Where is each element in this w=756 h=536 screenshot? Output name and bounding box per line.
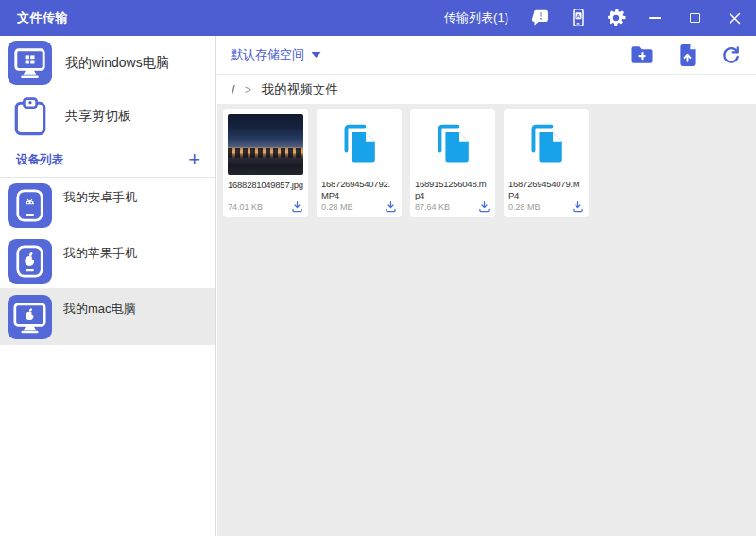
file-card[interactable]: 16872694540792.MP4 0.28 MB bbox=[317, 109, 402, 217]
clipboard-icon bbox=[8, 95, 52, 139]
breadcrumb-separator-icon: > bbox=[245, 83, 251, 96]
image-thumbnail bbox=[228, 114, 303, 175]
breadcrumb-root[interactable]: / bbox=[232, 82, 235, 96]
storage-dropdown-label: 默认存储空间 bbox=[231, 46, 304, 63]
device-list-header: 设备列表 + bbox=[0, 143, 215, 178]
file-size: 87.64 KB bbox=[415, 202, 450, 212]
settings-gear-icon[interactable] bbox=[605, 7, 627, 29]
file-card[interactable]: 1689151256048.mp4 87.64 KB bbox=[410, 109, 495, 217]
minimize-button[interactable] bbox=[643, 6, 667, 30]
file-card[interactable]: 1687269454079.MP4 0.28 MB bbox=[504, 109, 589, 217]
file-size: 0.28 MB bbox=[321, 202, 353, 212]
device-row-android-phone[interactable]: 我的安卓手机 bbox=[0, 178, 215, 233]
device-list-title: 设备列表 bbox=[16, 152, 63, 168]
file-name: 1689151256048.mp4 bbox=[415, 179, 490, 200]
toolbar-actions bbox=[630, 44, 741, 66]
main-panel: 默认存储空间 bbox=[217, 36, 756, 536]
download-icon bbox=[291, 200, 303, 213]
video-file-icon bbox=[428, 119, 477, 168]
upload-file-button[interactable] bbox=[679, 44, 696, 66]
file-name: 1688281049857.jpg bbox=[228, 180, 303, 191]
device-label: 我的苹果手机 bbox=[63, 245, 137, 262]
device-row-apple-phone[interactable]: 我的苹果手机 bbox=[0, 233, 215, 289]
maximize-button[interactable] bbox=[682, 6, 707, 30]
transfer-list-button[interactable]: 传输列表(1) bbox=[444, 9, 508, 26]
sidebar-item-label: 共享剪切板 bbox=[65, 108, 131, 125]
feedback-icon[interactable] bbox=[529, 7, 552, 29]
app-window: 文件传输 传输列表(1) A bbox=[0, 0, 756, 536]
titlebar: 文件传输 传输列表(1) A bbox=[0, 0, 756, 36]
refresh-button[interactable] bbox=[721, 45, 741, 65]
file-size: 74.01 KB bbox=[228, 202, 263, 212]
file-name: 16872694540792.MP4 bbox=[321, 179, 397, 200]
upload-file-icon bbox=[679, 44, 696, 66]
mac-computer-icon bbox=[8, 295, 52, 339]
app-title: 文件传输 bbox=[17, 9, 68, 26]
storage-space-dropdown[interactable]: 默认存储空间 bbox=[231, 46, 321, 63]
chevron-down-icon bbox=[311, 51, 321, 59]
apple-phone-icon bbox=[8, 239, 52, 284]
phone-connect-icon[interactable]: A bbox=[567, 7, 590, 29]
windows-computer-icon bbox=[8, 41, 52, 85]
main-toolbar: 默认存储空间 bbox=[217, 36, 756, 75]
titlebar-actions: 传输列表(1) A bbox=[444, 6, 756, 30]
download-icon bbox=[385, 200, 397, 213]
sidebar-item-label: 我的windows电脑 bbox=[65, 55, 169, 72]
sidebar: 我的windows电脑 共享剪切板 设备列表 + bbox=[0, 36, 216, 536]
device-label: 我的安卓手机 bbox=[63, 189, 137, 206]
download-icon bbox=[572, 200, 584, 213]
new-folder-button[interactable] bbox=[630, 45, 654, 64]
download-button[interactable] bbox=[572, 200, 584, 213]
close-button[interactable] bbox=[722, 6, 747, 30]
minimize-icon bbox=[649, 17, 662, 19]
android-phone-icon bbox=[8, 183, 52, 228]
download-icon bbox=[478, 200, 490, 213]
file-grid: 1688281049857.jpg 74.01 KB bbox=[217, 104, 756, 536]
download-button[interactable] bbox=[291, 200, 303, 213]
close-icon bbox=[729, 12, 741, 25]
breadcrumb: / > 我的视频文件 bbox=[217, 75, 756, 104]
breadcrumb-current-folder: 我的视频文件 bbox=[262, 81, 338, 98]
download-button[interactable] bbox=[478, 200, 490, 213]
video-file-icon bbox=[335, 119, 384, 168]
device-row-mac-computer[interactable]: 我的mac电脑 bbox=[0, 289, 215, 345]
sidebar-item-shared-clipboard[interactable]: 共享剪切板 bbox=[0, 90, 215, 143]
device-label: 我的mac电脑 bbox=[63, 301, 136, 318]
sidebar-item-my-computer[interactable]: 我的windows电脑 bbox=[0, 36, 215, 90]
new-folder-icon bbox=[630, 45, 654, 64]
add-device-button[interactable]: + bbox=[188, 150, 200, 169]
download-button[interactable] bbox=[385, 200, 397, 213]
file-name: 1687269454079.MP4 bbox=[508, 179, 584, 200]
file-card[interactable]: 1688281049857.jpg 74.01 KB bbox=[223, 109, 308, 217]
video-file-icon bbox=[522, 119, 571, 168]
refresh-icon bbox=[721, 45, 741, 65]
file-size: 0.28 MB bbox=[508, 202, 541, 212]
maximize-icon bbox=[690, 13, 700, 23]
